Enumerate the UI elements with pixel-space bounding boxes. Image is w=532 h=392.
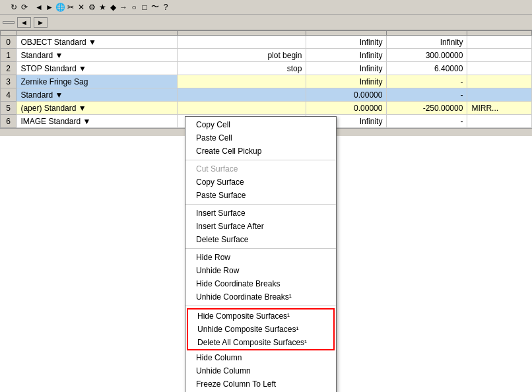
menu-separator-unhide-coord-breaks [185, 306, 336, 306]
menu-item-hide-column[interactable]: Hide Column [185, 351, 336, 364]
menu-item-unhide-coord-breaks[interactable]: Unhide Coordinate Breaks¹ [185, 290, 336, 304]
menu-item-copy-surface[interactable]: Copy Surface [185, 176, 336, 189]
refresh2-icon[interactable]: ⟳ [20, 3, 29, 12]
menu-item-freeze-column-left[interactable]: Freeze Column To Left [185, 377, 336, 391]
update-bar: ↻ ⟳ ◄ ► 🌐 ✂ ✕ ⚙ ★ ◆ → ○ □ 〜 ? [0, 0, 532, 15]
tab-bar: ◄ ► [0, 15, 532, 30]
refresh-icon[interactable]: ↻ [9, 3, 18, 12]
tab-next[interactable]: ► [34, 17, 48, 28]
globe-icon[interactable]: 🌐 [55, 3, 65, 12]
menu-item-insert-surface[interactable]: Insert Surface [185, 207, 336, 220]
menu-item-insert-surface-after[interactable]: Insert Surface After [185, 220, 336, 233]
context-menu: Copy CellPaste CellCreate Cell PickupCut… [185, 116, 337, 392]
scissors-icon[interactable]: ✂ [66, 3, 75, 12]
menu-item-delete-composite[interactable]: Delete All Composite Surfaces¹ [188, 336, 333, 349]
toolbar-icons: ↻ ⟳ ◄ ► 🌐 ✂ ✕ ⚙ ★ ◆ → ○ □ 〜 ? [9, 3, 170, 12]
menu-item-unhide-row[interactable]: Unhide Row [185, 264, 336, 277]
tab-prev[interactable]: ◄ [17, 17, 31, 28]
back-icon[interactable]: ◄ [34, 3, 44, 12]
composite-surfaces-group: Hide Composite Surfaces¹Unhide Composite… [187, 308, 335, 350]
settings-icon[interactable]: ⚙ [87, 3, 96, 12]
menu-separator-delete-surface [185, 248, 336, 249]
menu-item-hide-composite[interactable]: Hide Composite Surfaces¹ [188, 310, 333, 323]
menu-separator-create-cell-pickup [185, 160, 336, 160]
menu-item-paste-surface[interactable]: Paste Surface [185, 189, 336, 202]
circle-icon[interactable]: ○ [129, 3, 139, 12]
cross-icon[interactable]: ✕ [77, 3, 86, 12]
context-menu-overlay: Copy CellPaste CellCreate Cell PickupCut… [0, 30, 532, 392]
star-icon[interactable]: ★ [98, 3, 107, 12]
menu-item-create-cell-pickup[interactable]: Create Cell Pickup [185, 145, 336, 158]
menu-item-hide-coord-breaks[interactable]: Hide Coordinate Breaks [185, 277, 336, 290]
menu-item-delete-surface[interactable]: Delete Surface [185, 233, 336, 246]
menu-item-cut-surface: Cut Surface [185, 162, 336, 176]
arrow-icon[interactable]: → [119, 3, 128, 12]
menu-item-unhide-composite[interactable]: Unhide Composite Surfaces¹ [188, 323, 333, 336]
menu-separator-paste-surface [185, 204, 336, 205]
surface-tab[interactable] [3, 21, 15, 24]
diamond-icon[interactable]: ◆ [108, 3, 117, 12]
forward-icon[interactable]: ► [45, 3, 54, 12]
menu-item-unhide-column[interactable]: Unhide Column [185, 364, 336, 377]
wave-icon[interactable]: 〜 [150, 3, 160, 12]
help-icon[interactable]: ? [161, 3, 170, 12]
menu-item-paste-cell[interactable]: Paste Cell [185, 131, 336, 145]
menu-item-copy-cell[interactable]: Copy Cell [185, 118, 336, 131]
menu-item-hide-row[interactable]: Hide Row [185, 251, 336, 264]
square-icon[interactable]: □ [140, 3, 149, 12]
main-area: 0OBJECT Standard ▼InfinityInfinity1Stand… [0, 30, 532, 392]
